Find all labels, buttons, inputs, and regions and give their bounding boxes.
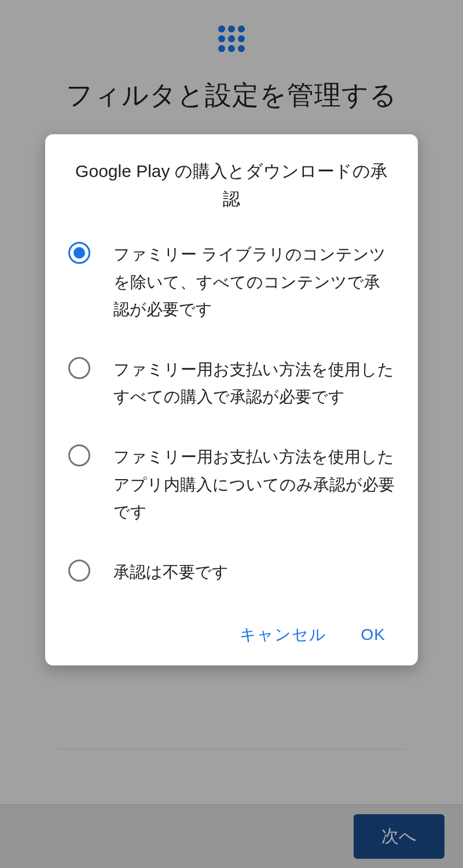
option-all-purchases[interactable]: ファミリー用お支払い方法を使用したすべての購入で承認が必要です [68, 356, 395, 411]
option-label: ファミリー ライブラリのコンテンツを除いて、すべてのコンテンツで承認が必要です [113, 241, 395, 323]
ok-button[interactable]: OK [357, 618, 390, 652]
radio-icon [68, 560, 90, 582]
options-group: ファミリー ライブラリのコンテンツを除いて、すべてのコンテンツで承認が必要です … [68, 241, 395, 586]
option-label: ファミリー用お支払い方法を使用したすべての購入で承認が必要です [113, 356, 395, 411]
option-label: 承認は不要です [113, 558, 395, 586]
option-in-app-only[interactable]: ファミリー用お支払い方法を使用したアプリ内購入についてのみ承認が必要です [68, 443, 395, 526]
radio-icon [68, 242, 90, 264]
option-no-approval[interactable]: 承認は不要です [68, 558, 395, 586]
radio-icon [68, 444, 90, 466]
approval-dialog: Google Play の購入とダウンロードの承認 ファミリー ライブラリのコン… [45, 134, 418, 665]
dialog-actions: キャンセル OK [68, 618, 395, 652]
radio-icon [68, 357, 90, 379]
option-label: ファミリー用お支払い方法を使用したアプリ内購入についてのみ承認が必要です [113, 443, 395, 526]
cancel-button[interactable]: キャンセル [235, 618, 331, 652]
dialog-title: Google Play の購入とダウンロードの承認 [68, 157, 395, 213]
option-all-content[interactable]: ファミリー ライブラリのコンテンツを除いて、すべてのコンテンツで承認が必要です [68, 241, 395, 323]
